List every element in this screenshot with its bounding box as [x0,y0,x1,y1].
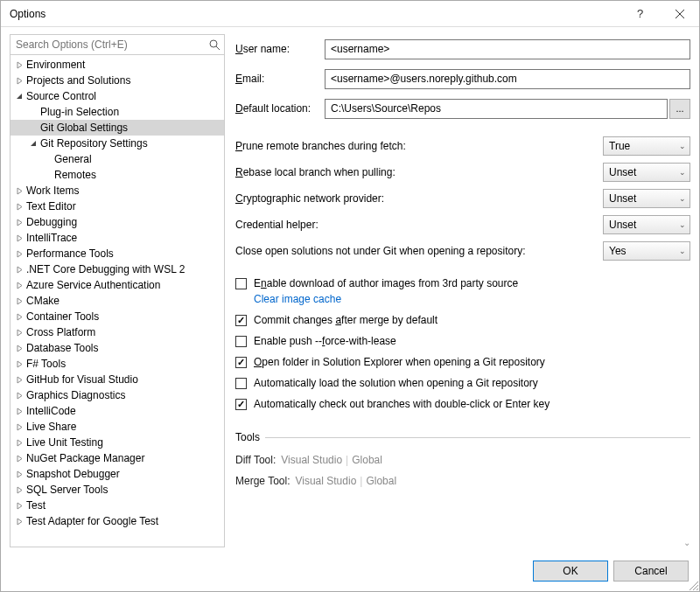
crypto-dropdown[interactable]: Unset⌄ [603,189,690,208]
tree-item-label: Snapshot Debugger [24,468,120,480]
tree-item[interactable]: F# Tools [10,356,224,372]
options-tree[interactable]: EnvironmentProjects and SolutionsSource … [10,55,225,547]
tree-item[interactable]: Live Share [10,419,224,435]
tree-item[interactable]: Git Global Settings [10,120,224,136]
tree-item[interactable]: Remotes [10,167,224,183]
settings-panel: User name: Email: Default location: ... … [235,34,690,547]
tree-expand-icon[interactable] [14,266,24,274]
tree-expand-icon[interactable] [14,219,24,226]
merge-tool-global[interactable]: Global [366,475,396,487]
tree-expand-icon[interactable] [14,297,24,305]
tree-expand-icon[interactable] [14,187,24,195]
tree-item[interactable]: Debugging [10,214,224,230]
tree-expand-icon[interactable] [14,234,24,242]
tree-expand-icon[interactable] [14,360,24,368]
tree-item[interactable]: General [10,151,224,167]
tree-item[interactable]: IntelliTrace [10,230,224,246]
tree-item[interactable]: SQL Server Tools [10,482,224,498]
search-box[interactable] [10,34,225,55]
tree-item[interactable]: GitHub for Visual Studio [10,372,224,387]
tree-item[interactable]: IntelliCode [10,403,224,419]
diff-tool-label: Diff Tool: [235,454,276,466]
tree-item[interactable]: Test Adapter for Google Test [10,513,224,529]
browse-button[interactable]: ... [669,99,690,119]
merge-tool-vs[interactable]: Visual Studio [295,475,356,487]
chevron-down-icon[interactable]: ⌄ [683,538,690,547]
options-dialog: Options ? EnvironmentProjects and Soluti… [0,0,700,592]
tree-item[interactable]: Environment [10,57,224,73]
tree-item[interactable]: Plug-in Selection [10,104,224,120]
tree-expand-icon[interactable] [14,423,24,431]
tree-item[interactable]: NuGet Package Manager [10,450,224,466]
tree-item[interactable]: .NET Core Debugging with WSL 2 [10,261,224,277]
download-images-checkbox[interactable] [235,278,247,289]
prune-dropdown[interactable]: True⌄ [603,136,690,156]
tree-expand-icon[interactable] [14,392,24,400]
dialog-footer: OK Cancel [1,551,699,591]
tree-item[interactable]: Graphics Diagnostics [10,387,224,403]
tree-item[interactable]: Source Control [10,88,224,104]
commit-after-merge-checkbox[interactable] [235,315,247,326]
tools-section-title: Tools [235,431,265,443]
tree-expand-icon[interactable] [14,61,24,69]
tree-expand-icon[interactable] [14,77,24,85]
tree-collapse-icon[interactable] [14,93,24,101]
tree-item[interactable]: CMake [10,293,224,309]
tree-expand-icon[interactable] [14,345,24,352]
tree-item[interactable]: Snapshot Debugger [10,466,224,482]
tree-expand-icon[interactable] [14,439,24,447]
email-input[interactable] [325,69,690,89]
tree-expand-icon[interactable] [14,486,24,494]
resize-grip[interactable] [688,580,698,590]
tree-expand-icon[interactable] [14,407,24,415]
tree-expand-icon[interactable] [14,470,24,478]
tree-item[interactable]: Container Tools [10,309,224,324]
tree-item[interactable]: Live Unit Testing [10,435,224,450]
diff-tool-global[interactable]: Global [352,454,382,466]
tree-item[interactable]: Cross Platform [10,324,224,340]
tree-item[interactable]: Azure Service Authentication [10,277,224,293]
cred-dropdown[interactable]: Unset⌄ [603,215,690,234]
auto-load-checkbox[interactable] [235,378,247,389]
diff-tool-vs[interactable]: Visual Studio [281,454,342,466]
commit-after-merge-label: Commit changes after merge by default [254,314,438,326]
tree-expand-icon[interactable] [14,250,24,258]
close-button[interactable] [660,1,699,27]
tree-item[interactable]: Database Tools [10,340,224,356]
svg-marker-26 [18,471,22,477]
clear-image-cache-link[interactable]: Clear image cache [254,293,341,305]
auto-checkout-checkbox[interactable] [235,399,247,410]
tree-item[interactable]: Test [10,498,224,513]
cancel-button[interactable]: Cancel [613,561,689,582]
tree-expand-icon[interactable] [14,518,24,526]
tree-expand-icon[interactable] [14,282,24,289]
tree-item[interactable]: Text Editor [10,198,224,214]
open-folder-checkbox[interactable] [235,357,247,368]
ok-button[interactable]: OK [533,561,608,582]
location-input[interactable] [325,99,668,119]
chevron-down-icon: ⌄ [679,220,686,229]
tree-item-label: Git Repository Settings [38,137,148,150]
tree-expand-icon[interactable] [14,313,24,321]
tree-item[interactable]: Projects and Solutions [10,73,224,88]
search-input[interactable] [10,38,205,51]
help-button[interactable]: ? [620,1,660,27]
tree-collapse-icon[interactable] [28,140,38,148]
tree-item[interactable]: Work Items [10,183,224,198]
tree-expand-icon[interactable] [14,502,24,510]
push-force-checkbox[interactable] [235,336,247,347]
tree-item-label: Test [24,499,46,512]
tree-item[interactable]: Git Repository Settings [10,136,224,151]
tree-expand-icon[interactable] [14,203,24,211]
tree-item[interactable]: Performance Tools [10,246,224,261]
tree-expand-icon[interactable] [14,329,24,337]
tree-expand-icon[interactable] [14,455,24,463]
close-solutions-label: Close open solutions not under Git when … [235,245,603,257]
svg-marker-29 [18,519,22,525]
username-input[interactable] [325,39,690,59]
chevron-down-icon: ⌄ [679,168,686,177]
svg-line-32 [696,589,698,590]
close-solutions-dropdown[interactable]: Yes⌄ [603,241,690,261]
rebase-dropdown[interactable]: Unset⌄ [603,163,690,182]
tree-expand-icon[interactable] [14,376,24,384]
